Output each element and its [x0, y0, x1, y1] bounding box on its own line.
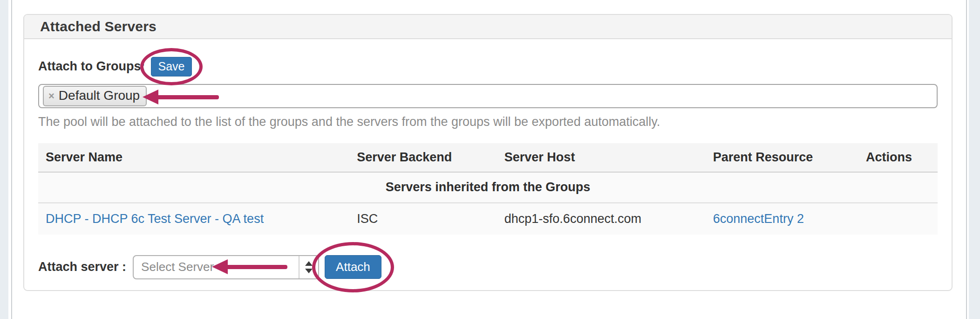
cell-server-backend: ISC [349, 203, 497, 235]
col-header-server-backend: Server Backend [349, 143, 497, 172]
attached-servers-panel: Attached Servers Attach to Groups: Save … [23, 14, 953, 291]
page-right-gutter [969, 0, 980, 319]
cell-actions [858, 203, 938, 235]
select-arrows-icon[interactable] [299, 256, 318, 278]
attach-to-groups-row: Attach to Groups: Save [38, 57, 938, 76]
table-row: DHCP - DHCP 6c Test Server - QA test ISC… [38, 203, 938, 235]
cell-server-name: DHCP - DHCP 6c Test Server - QA test [38, 203, 349, 235]
server-select[interactable]: Select Server [133, 255, 319, 279]
col-header-server-name: Server Name [38, 143, 349, 172]
page-left-border [11, 0, 12, 319]
attach-button[interactable]: Attach [325, 255, 381, 279]
page-left-gutter [0, 0, 8, 319]
parent-resource-link[interactable]: 6connectEntry 2 [713, 212, 804, 226]
attach-to-groups-label: Attach to Groups: [38, 59, 145, 74]
col-header-parent-resource: Parent Resource [706, 143, 858, 172]
server-name-link[interactable]: DHCP - DHCP 6c Test Server - QA test [46, 212, 264, 226]
col-header-actions: Actions [858, 143, 938, 172]
attach-server-label: Attach server : [38, 260, 126, 274]
attach-server-row: Attach server : Select Server Attach [38, 255, 938, 297]
inherited-banner-row: Servers inherited from the Groups [38, 172, 938, 203]
inherited-banner-text: Servers inherited from the Groups [38, 172, 938, 203]
servers-table: Server Name Server Backend Server Host P… [38, 143, 938, 235]
col-header-server-host: Server Host [497, 143, 706, 172]
group-tag: × Default Group [43, 86, 147, 106]
group-tag-label: Default Group [59, 88, 140, 103]
cell-server-host: dhcp1-sfo.6connect.com [497, 203, 706, 235]
panel-body: Attach to Groups: Save × Default Group T… [24, 57, 952, 297]
table-header-row: Server Name Server Backend Server Host P… [38, 143, 938, 172]
group-annotation-arrow-icon [143, 90, 219, 104]
cell-parent-resource: 6connectEntry 2 [706, 203, 858, 235]
page-right-border [966, 0, 967, 319]
remove-tag-icon[interactable]: × [48, 90, 54, 101]
server-select-value: Select Server [134, 260, 299, 274]
save-button[interactable]: Save [151, 57, 192, 76]
helper-text: The pool will be attached to the list of… [38, 115, 938, 129]
groups-multiselect-input[interactable]: × Default Group [38, 84, 938, 108]
panel-title: Attached Servers [40, 19, 157, 35]
panel-header: Attached Servers [24, 15, 952, 39]
